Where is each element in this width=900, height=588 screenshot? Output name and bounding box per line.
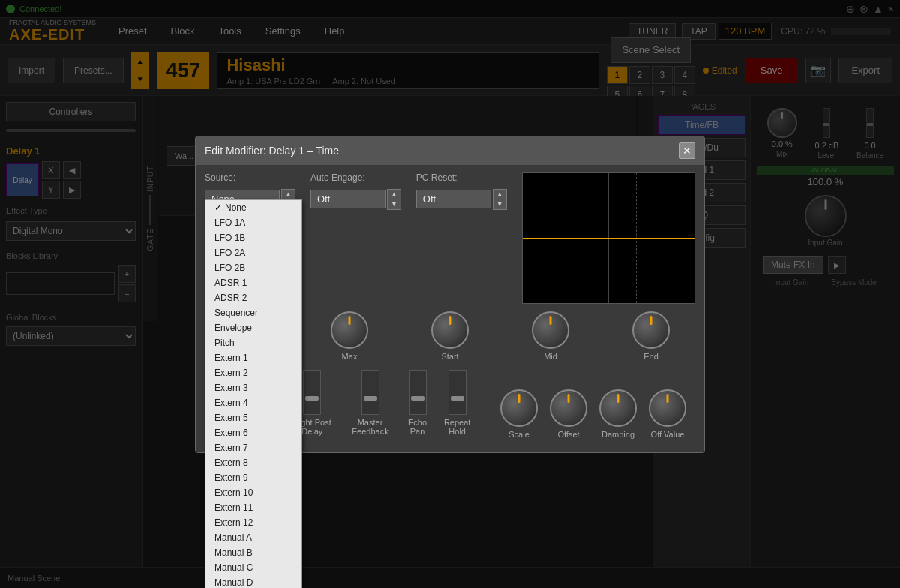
- source-item-extern9[interactable]: Extern 9: [206, 470, 302, 485]
- pc-reset-arrows: ▲ ▼: [493, 189, 507, 210]
- source-item-extern5[interactable]: Extern 5: [206, 410, 302, 425]
- max-knob-group: Max: [331, 311, 368, 361]
- offset-knob-group: Offset: [550, 389, 587, 439]
- source-item-extern10[interactable]: Extern 10: [206, 485, 302, 500]
- source-item-lfo1b[interactable]: LFO 1B: [206, 230, 302, 245]
- start-knob[interactable]: [431, 311, 469, 349]
- mid-knob[interactable]: [532, 311, 569, 349]
- offset-label: Offset: [557, 430, 579, 439]
- source-item-extern3[interactable]: Extern 3: [206, 380, 302, 395]
- offset-knob[interactable]: [550, 389, 587, 427]
- damping-knob-group: Damping: [599, 389, 637, 439]
- knobs-row-2: Scale Offset Damping Off Value: [491, 389, 695, 439]
- auto-engage-up[interactable]: ▲: [388, 190, 400, 200]
- dialog-controls-row: Source: None ▲ ▼ ✓ None LFO 1A LFO 1B LF…: [196, 165, 704, 311]
- source-label: Source:: [205, 172, 296, 183]
- start-label: Start: [441, 352, 458, 361]
- source-item-envelope[interactable]: Envelope: [206, 320, 302, 335]
- source-item-extern8[interactable]: Extern 8: [206, 455, 302, 470]
- end-knob[interactable]: [632, 311, 670, 349]
- auto-engage-arrows: ▲ ▼: [387, 189, 401, 210]
- pc-reset-label: PC Reset:: [416, 172, 507, 183]
- source-item-lfo2a[interactable]: LFO 2A: [206, 245, 302, 260]
- auto-engage-label: Auto Engage:: [310, 172, 401, 183]
- source-item-lfo2b[interactable]: LFO 2B: [206, 260, 302, 275]
- repeat-hold-label: Repeat Hold: [438, 418, 476, 436]
- source-dropdown-list: ✓ None LFO 1A LFO 1B LFO 2A LFO 2B ADSR …: [205, 200, 302, 589]
- start-knob-group: Start: [431, 311, 469, 361]
- dialog-close-button[interactable]: ✕: [679, 142, 695, 159]
- damping-knob[interactable]: [599, 389, 637, 427]
- source-item-manual-a[interactable]: Manual A: [206, 530, 302, 545]
- dialog-title-bar: Edit Modifier: Delay 1 – Time ✕: [196, 136, 704, 165]
- source-item-lfo1a[interactable]: LFO 1A: [206, 215, 302, 230]
- source-item-manual-d[interactable]: Manual D: [206, 575, 302, 589]
- repeat-hold-slider[interactable]: [448, 370, 466, 415]
- echo-pan-label: Echo Pan: [403, 418, 433, 436]
- pc-reset-group: PC Reset: Off ▲ ▼: [416, 172, 507, 210]
- scale-label: Scale: [508, 430, 530, 439]
- source-item-extern7[interactable]: Extern 7: [206, 440, 302, 455]
- damping-label: Damping: [602, 430, 634, 439]
- source-item-manual-c[interactable]: Manual C: [206, 560, 302, 575]
- source-item-extern12[interactable]: Extern 12: [206, 515, 302, 530]
- source-item-extern4[interactable]: Extern 4: [206, 395, 302, 410]
- pc-reset-down[interactable]: ▼: [494, 200, 506, 209]
- pc-reset-up[interactable]: ▲: [494, 190, 506, 200]
- auto-engage-value: Off: [317, 194, 330, 205]
- off-value-label: Off Value: [651, 430, 685, 439]
- source-item-extern11[interactable]: Extern 11: [206, 500, 302, 515]
- source-group: Source: None ▲ ▼ ✓ None LFO 1A LFO 1B LF…: [205, 172, 296, 210]
- mid-label: Mid: [544, 352, 557, 361]
- auto-engage-group: Auto Engage: Off ▲ ▼: [310, 172, 401, 210]
- source-item-manual-b[interactable]: Manual B: [206, 545, 302, 560]
- source-item-pitch[interactable]: Pitch: [206, 335, 302, 350]
- pc-reset-dropdown[interactable]: Off: [416, 190, 491, 208]
- scale-knob-group: Scale: [500, 389, 538, 439]
- source-item-none[interactable]: ✓ None: [206, 200, 302, 215]
- source-item-extern1[interactable]: Extern 1: [206, 350, 302, 365]
- max-label: Max: [342, 352, 358, 361]
- auto-engage-down[interactable]: ▼: [388, 200, 400, 209]
- source-up[interactable]: ▲: [282, 190, 295, 200]
- max-knob[interactable]: [331, 311, 368, 349]
- master-feedback-slider[interactable]: [362, 370, 380, 415]
- repeat-hold-slider-group: Repeat Hold: [438, 370, 476, 436]
- dialog-title: Edit Modifier: Delay 1 – Time: [205, 145, 339, 157]
- source-item-extern2[interactable]: Extern 2: [206, 365, 302, 380]
- source-item-sequencer[interactable]: Sequencer: [206, 305, 302, 320]
- modal-overlay: Edit Modifier: Delay 1 – Time ✕ Source: …: [0, 0, 900, 588]
- source-item-extern6[interactable]: Extern 6: [206, 425, 302, 440]
- graph-hline: [523, 238, 694, 239]
- auto-engage-dropdown[interactable]: Off: [310, 190, 386, 208]
- off-value-knob[interactable]: [649, 389, 686, 427]
- right-post-slider[interactable]: [303, 370, 321, 415]
- master-feedback-label: Master Feedback: [344, 418, 396, 436]
- end-knob-group: End: [632, 311, 670, 361]
- source-item-adsr1[interactable]: ADSR 1: [206, 275, 302, 290]
- echo-pan-slider-group: Echo Pan: [403, 370, 433, 436]
- source-item-adsr2[interactable]: ADSR 2: [206, 290, 302, 305]
- master-feedback-slider-group: Master Feedback: [344, 370, 396, 436]
- end-label: End: [644, 352, 658, 361]
- edit-modifier-dialog: Edit Modifier: Delay 1 – Time ✕ Source: …: [195, 136, 705, 453]
- echo-pan-slider[interactable]: [409, 370, 427, 415]
- off-value-knob-group: Off Value: [649, 389, 686, 439]
- scale-knob[interactable]: [500, 389, 538, 427]
- mid-knob-group: Mid: [532, 311, 569, 361]
- pc-reset-value: Off: [423, 194, 436, 205]
- modifier-graph: [522, 172, 695, 304]
